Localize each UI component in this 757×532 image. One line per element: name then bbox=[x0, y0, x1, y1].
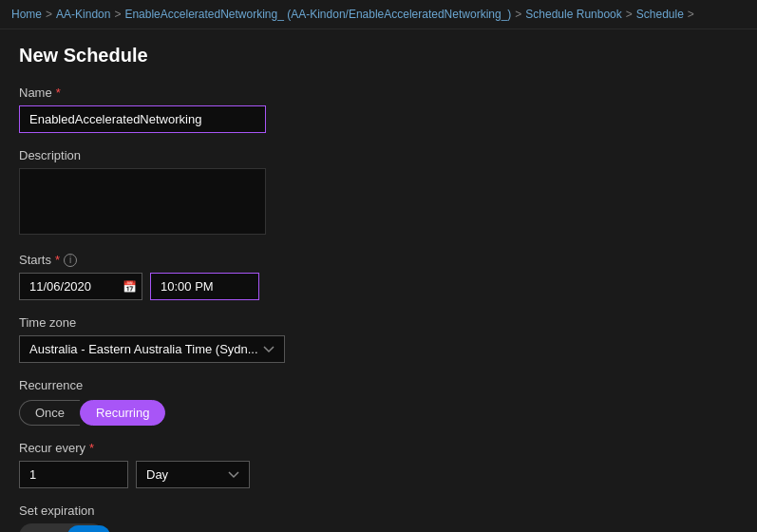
recur-row: Day Week Month bbox=[19, 461, 738, 488]
description-input[interactable] bbox=[19, 168, 266, 235]
name-group: Name * bbox=[19, 86, 738, 133]
starts-group: Starts * i 📅 bbox=[19, 253, 738, 300]
set-expiration-group: Set expiration Yes No bbox=[19, 504, 738, 532]
description-label-row: Description bbox=[19, 148, 738, 162]
recur-every-label: Recur every bbox=[19, 441, 85, 455]
recurrence-group: Recurrence Once Recurring bbox=[19, 378, 738, 426]
recur-required: * bbox=[89, 441, 94, 455]
starts-info-icon[interactable]: i bbox=[64, 254, 77, 267]
recur-unit-select[interactable]: Day Week Month bbox=[136, 461, 250, 488]
set-expiration-label-row: Set expiration bbox=[19, 504, 738, 518]
breadcrumb-sep-3: > bbox=[515, 8, 521, 21]
breadcrumb-sep-2: > bbox=[114, 8, 121, 21]
expiration-no-button[interactable]: No bbox=[67, 525, 110, 532]
page-content: New Schedule Name * Description Starts *… bbox=[0, 29, 757, 532]
name-label: Name bbox=[19, 86, 52, 100]
starts-row: 📅 bbox=[19, 273, 738, 300]
page-title: New Schedule bbox=[19, 45, 738, 66]
recurrence-label-row: Recurrence bbox=[19, 378, 738, 392]
recurrence-toggle-group: Once Recurring bbox=[19, 400, 738, 426]
timezone-label: Time zone bbox=[19, 315, 76, 330]
once-button[interactable]: Once bbox=[19, 400, 80, 426]
timezone-label-row: Time zone bbox=[19, 315, 738, 330]
starts-time-input[interactable] bbox=[150, 273, 259, 300]
name-input[interactable] bbox=[19, 105, 266, 133]
name-label-row: Name * bbox=[19, 86, 738, 100]
description-group: Description bbox=[19, 148, 738, 238]
recurring-button[interactable]: Recurring bbox=[80, 400, 165, 426]
date-input-wrapper: 📅 bbox=[19, 273, 142, 300]
expiration-toggle: Yes No bbox=[19, 523, 104, 532]
starts-date-input[interactable] bbox=[19, 273, 142, 300]
breadcrumb-sep-1: > bbox=[46, 8, 52, 21]
starts-required: * bbox=[55, 253, 60, 267]
recur-number-input[interactable] bbox=[19, 461, 128, 488]
starts-label-row: Starts * i bbox=[19, 253, 738, 267]
timezone-select[interactable]: Australia - Eastern Australia Time (Sydn… bbox=[19, 335, 285, 363]
timezone-group: Time zone Australia - Eastern Australia … bbox=[19, 315, 738, 363]
starts-label: Starts bbox=[19, 253, 51, 267]
set-expiration-label: Set expiration bbox=[19, 504, 95, 518]
description-label: Description bbox=[19, 148, 81, 162]
breadcrumb-runbook[interactable]: EnableAcceleratedNetworking_ (AA-Kindon/… bbox=[124, 8, 511, 21]
recurrence-label: Recurrence bbox=[19, 378, 83, 392]
recur-every-group: Recur every * Day Week Month bbox=[19, 441, 738, 488]
breadcrumb-schedule[interactable]: Schedule bbox=[636, 8, 684, 21]
breadcrumb-sep-4: > bbox=[626, 8, 633, 21]
breadcrumb-aa-kindon[interactable]: AA-Kindon bbox=[56, 8, 110, 21]
breadcrumb-schedule-runbook[interactable]: Schedule Runbook bbox=[525, 8, 621, 21]
expiration-yes-button[interactable]: Yes bbox=[21, 525, 67, 532]
breadcrumb-sep-5: > bbox=[688, 8, 694, 21]
breadcrumb: Home > AA-Kindon > EnableAcceleratedNetw… bbox=[0, 0, 757, 29]
recur-every-label-row: Recur every * bbox=[19, 441, 738, 455]
breadcrumb-home[interactable]: Home bbox=[11, 8, 42, 21]
name-required: * bbox=[56, 86, 61, 100]
